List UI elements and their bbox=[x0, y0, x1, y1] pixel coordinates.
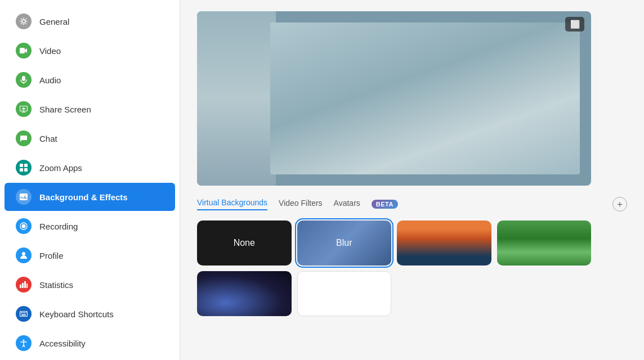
sidebar-label-background-effects: Background & Effects bbox=[39, 192, 128, 202]
sidebar-label-profile: Profile bbox=[39, 251, 64, 260]
sidebar-item-recording[interactable]: Recording bbox=[5, 212, 175, 240]
icon-chat bbox=[16, 130, 32, 146]
icon-audio bbox=[16, 72, 32, 88]
sidebar-label-general: General bbox=[39, 17, 69, 26]
svg-rect-16 bbox=[24, 281, 26, 288]
camera-icon[interactable]: ⬜ bbox=[565, 17, 584, 32]
tab-virtual-backgrounds[interactable]: Virtual Backgrounds bbox=[197, 198, 267, 210]
svg-rect-17 bbox=[26, 284, 28, 288]
sidebar-label-statistics: Statistics bbox=[39, 280, 73, 290]
svg-rect-23 bbox=[21, 314, 26, 316]
svg-rect-18 bbox=[20, 312, 28, 317]
svg-rect-20 bbox=[23, 312, 24, 313]
sidebar-item-background-effects[interactable]: Background & Effects bbox=[5, 183, 175, 211]
bg-none[interactable]: None bbox=[197, 220, 292, 266]
tab-video-filters[interactable]: Video Filters bbox=[279, 199, 323, 210]
icon-profile bbox=[16, 248, 32, 263]
svg-point-0 bbox=[22, 20, 25, 23]
icon-keyboard-shortcuts bbox=[16, 306, 32, 322]
svg-rect-5 bbox=[20, 164, 23, 167]
sidebar-label-keyboard-shortcuts: Keyboard Shortcuts bbox=[39, 309, 114, 319]
video-preview: ⬜ bbox=[197, 11, 591, 186]
sidebar-item-zoom-apps[interactable]: Zoom Apps bbox=[5, 154, 175, 182]
svg-rect-21 bbox=[24, 312, 25, 313]
sidebar-label-accessibility: Accessibility bbox=[39, 339, 86, 348]
svg-rect-6 bbox=[24, 164, 28, 167]
sidebar-item-keyboard-shortcuts[interactable]: Keyboard Shortcuts bbox=[5, 300, 175, 328]
sidebar-item-chat[interactable]: Chat bbox=[5, 124, 175, 152]
bg-custom[interactable] bbox=[297, 271, 392, 316]
svg-point-13 bbox=[22, 252, 25, 255]
sidebar: General Video Audio Share Screen Chat bbox=[0, 0, 180, 360]
tabs-row: Virtual Backgrounds Video Filters Avatar… bbox=[197, 197, 627, 212]
svg-rect-8 bbox=[24, 168, 28, 172]
sidebar-label-share-screen: Share Screen bbox=[39, 105, 91, 114]
sidebar-item-audio[interactable]: Audio bbox=[5, 66, 175, 94]
main-content: ⬜ Virtual Backgrounds Video Filters Avat… bbox=[180, 0, 644, 360]
background-grid: None Blur bbox=[197, 220, 591, 316]
bg-blur[interactable]: Blur bbox=[297, 220, 392, 266]
add-background-button[interactable]: ＋ bbox=[612, 197, 627, 212]
svg-point-24 bbox=[23, 340, 25, 341]
sidebar-item-video[interactable]: Video bbox=[5, 37, 175, 65]
sidebar-label-recording: Recording bbox=[39, 222, 78, 231]
video-preview-side bbox=[197, 11, 276, 186]
video-preview-inner bbox=[270, 22, 580, 174]
icon-background-effects bbox=[16, 189, 32, 205]
bg-none-label: None bbox=[234, 238, 255, 248]
svg-rect-7 bbox=[20, 168, 23, 172]
svg-rect-19 bbox=[21, 312, 22, 313]
icon-video bbox=[16, 43, 32, 58]
icon-recording bbox=[16, 218, 32, 234]
icon-statistics bbox=[16, 277, 32, 292]
bg-space[interactable] bbox=[197, 271, 292, 316]
svg-point-10 bbox=[25, 195, 26, 196]
bg-bridge[interactable] bbox=[397, 220, 491, 266]
sidebar-label-chat: Chat bbox=[39, 134, 57, 143]
sidebar-item-profile[interactable]: Profile bbox=[5, 241, 175, 269]
sidebar-item-accessibility[interactable]: Accessibility bbox=[5, 329, 175, 357]
icon-zoom-apps bbox=[16, 160, 32, 176]
icon-share-screen bbox=[16, 101, 32, 117]
sidebar-label-audio: Audio bbox=[39, 75, 61, 85]
sidebar-label-zoom-apps: Zoom Apps bbox=[39, 163, 82, 173]
svg-rect-2 bbox=[22, 76, 25, 81]
tab-avatars[interactable]: Avatars bbox=[334, 199, 360, 210]
sidebar-item-share-screen[interactable]: Share Screen bbox=[5, 95, 175, 123]
icon-accessibility bbox=[16, 335, 32, 351]
svg-point-12 bbox=[22, 224, 26, 228]
svg-rect-14 bbox=[20, 285, 21, 288]
sidebar-item-statistics[interactable]: Statistics bbox=[5, 271, 175, 299]
beta-badge: BETA bbox=[372, 200, 398, 209]
sidebar-item-general[interactable]: General bbox=[5, 7, 175, 35]
svg-rect-22 bbox=[26, 312, 26, 313]
svg-rect-1 bbox=[20, 48, 25, 53]
icon-general bbox=[16, 14, 32, 29]
bg-grass[interactable] bbox=[497, 220, 592, 266]
sidebar-label-video: Video bbox=[39, 46, 61, 56]
bg-blur-label: Blur bbox=[336, 238, 352, 248]
svg-rect-15 bbox=[22, 283, 24, 288]
